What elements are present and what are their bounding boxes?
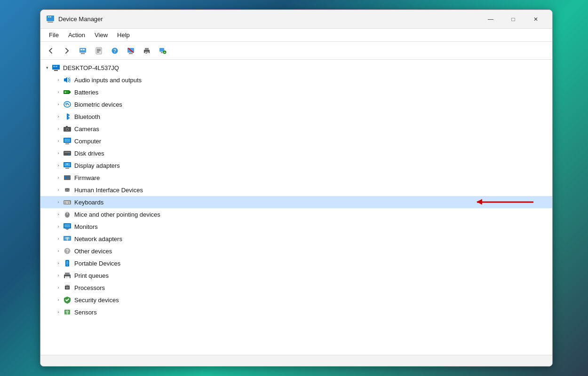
svg-rect-1 [48,16,49,17]
icon-sensors [63,308,72,316]
icon-cameras [63,125,72,133]
root-chevron: ▾ [43,64,51,71]
chevron-batteries: › [55,88,62,96]
svg-rect-65 [66,203,68,204]
close-button[interactable]: ✕ [525,12,547,27]
device-manager-window: Device Manager — □ ✕ File Action View He… [40,9,553,367]
properties-button[interactable] [91,44,106,57]
icon-audio [63,76,72,84]
svg-point-55 [65,189,66,190]
menu-file[interactable]: File [44,30,64,40]
svg-rect-64 [64,203,65,204]
menu-view[interactable]: View [90,30,112,40]
icon-disk-drives [63,149,72,157]
maximize-button[interactable]: □ [502,12,524,27]
tree-item-processors[interactable]: › Processors [40,282,552,294]
device-tree[interactable]: ▾ DESKTOP-4L537JQ › Audio inputs and out… [40,60,552,355]
disable-button[interactable] [123,44,138,57]
svg-rect-11 [97,52,99,53]
svg-rect-29 [54,70,58,71]
tree-item-audio[interactable]: › Audio inputs and outputs [40,74,552,86]
arrow-annotation [477,202,533,203]
help-button[interactable]: ? [107,44,122,57]
svg-rect-7 [83,49,85,50]
svg-rect-32 [64,91,66,93]
tree-item-batteries[interactable]: › Batteries [40,86,552,98]
label-network: Network adapters [74,235,122,243]
svg-rect-52 [68,176,69,179]
svg-rect-83 [65,273,70,275]
chevron-monitors: › [55,223,62,230]
icon-display-adapters [63,161,72,170]
tree-item-security[interactable]: › Security devices [40,294,552,306]
svg-rect-21 [145,53,147,54]
label-bluetooth: Bluetooth [74,113,100,120]
tree-item-bluetooth[interactable]: › Bluetooth [40,110,552,123]
label-print-queues: Print queues [74,272,109,279]
forward-button[interactable] [59,44,74,57]
svg-rect-9 [97,49,101,50]
chevron-computer: › [55,137,62,145]
tree-item-cameras[interactable]: › Cameras [40,123,552,135]
svg-point-56 [67,188,68,189]
tree-item-sensors[interactable]: › Sensors [40,306,552,318]
icon-processors [63,283,72,292]
window-controls: — □ ✕ [480,12,547,27]
print-button[interactable] [139,44,154,57]
tree-item-disk-drives[interactable]: › Disk drives [40,147,552,159]
computer-properties-button[interactable] [75,44,90,57]
menu-help[interactable]: Help [112,30,135,40]
svg-rect-48 [66,164,68,164]
tree-item-firmware[interactable]: › Firmware [40,172,552,184]
svg-point-58 [67,190,68,191]
back-button[interactable] [43,44,58,57]
svg-point-34 [64,102,71,107]
tree-item-hid[interactable]: › Human Interface Devices [40,184,552,196]
label-firmware: Firmware [74,174,100,181]
status-bar [40,355,552,366]
svg-rect-91 [65,288,66,289]
tree-item-print-queues[interactable]: › Print queues [40,269,552,282]
label-security: Security devices [74,297,119,304]
svg-rect-62 [67,201,68,202]
label-disk-drives: Disk drives [74,150,104,157]
tree-item-display-adapters[interactable]: › Display adapters [40,159,552,172]
tree-item-portable[interactable]: › Portable Devices [40,257,552,269]
tree-item-biometric[interactable]: › Biometric devices [40,98,552,110]
svg-rect-51 [66,176,67,178]
svg-rect-5 [81,53,85,54]
svg-point-81 [67,265,68,266]
svg-rect-96 [69,285,69,286]
tree-item-other[interactable]: › ? Other devices [40,245,552,257]
tree-item-computer[interactable]: › Computer [40,135,552,147]
svg-text:?: ? [66,249,69,254]
tree-item-keyboards[interactable]: › Keyboards [40,196,552,208]
icon-batteries [63,88,72,96]
svg-text:?: ? [113,48,116,54]
label-sensors: Sensors [74,309,97,316]
icon-biometric [63,100,72,109]
scan-button[interactable]: + [155,44,170,57]
icon-security [63,296,72,304]
tree-item-monitors[interactable]: › Monitors [40,220,552,233]
chevron-cameras: › [55,125,62,133]
svg-point-44 [69,154,70,155]
icon-mice [63,210,72,219]
svg-rect-41 [65,143,69,144]
menu-action[interactable]: Action [64,30,90,40]
tree-root-item[interactable]: ▾ DESKTOP-4L537JQ [40,62,552,74]
chevron-network: › [55,235,62,243]
chevron-bluetooth: › [55,113,62,120]
icon-computer [63,137,72,145]
icon-monitors [63,222,72,231]
svg-rect-50 [65,176,66,179]
svg-rect-92 [69,287,70,287]
label-mice: Mice and other pointing devices [74,211,160,218]
svg-rect-71 [64,224,70,227]
svg-point-87 [69,275,70,276]
svg-rect-63 [69,201,70,202]
tree-item-network[interactable]: › Network adapters [40,233,552,245]
tree-item-mice[interactable]: › Mice and other pointing devices [40,208,552,220]
svg-point-69 [66,212,68,213]
minimize-button[interactable]: — [480,12,501,27]
